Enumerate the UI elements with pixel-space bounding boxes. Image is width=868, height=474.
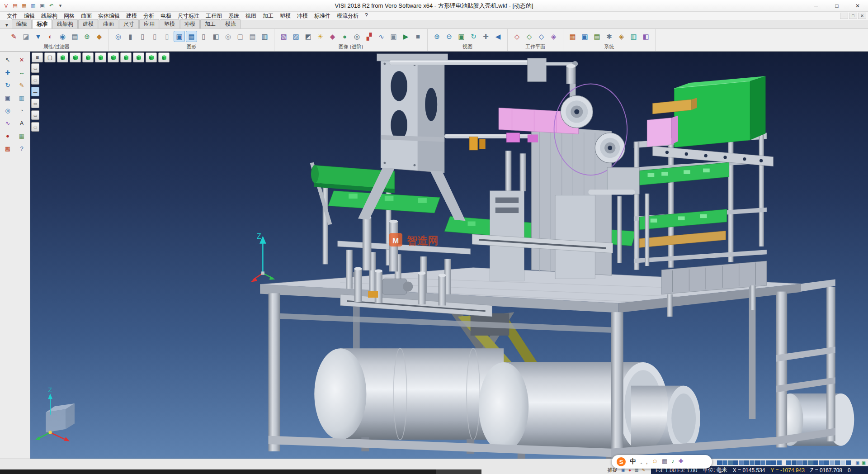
ribbon-tab[interactable]: 标准 [32, 19, 52, 28]
menu-item[interactable]: 标准件 [311, 12, 334, 20]
options-icon[interactable]: ◧ [640, 31, 651, 42]
fill-icon[interactable]: ▩ [3, 144, 13, 153]
dock-panel-4-icon[interactable]: ▭ [31, 99, 39, 108]
view-cube-dimetric-button[interactable] [158, 52, 170, 62]
emoji-icon[interactable]: ☺ [652, 458, 658, 466]
edit-icon[interactable]: ✎ [17, 81, 27, 90]
sogou-logo-icon[interactable]: S [617, 457, 626, 466]
zoom-icon[interactable]: ◎ [3, 106, 13, 115]
save-file-icon[interactable]: ▥ [29, 2, 37, 9]
dock-panel-2-icon[interactable]: ▭ [31, 75, 39, 85]
view-cube-bottom-button[interactable] [133, 52, 144, 62]
point-icon[interactable]: ● [3, 131, 13, 141]
texture-icon[interactable]: ▨ [290, 31, 302, 42]
qat-dropdown-icon[interactable]: ▾ [57, 2, 64, 9]
filter-icon[interactable]: ▼ [33, 31, 44, 42]
measure-icon[interactable]: ↔ [17, 68, 27, 77]
render-icon[interactable]: ▧ [278, 31, 289, 42]
plane-view-icon[interactable]: ▢ [235, 31, 246, 42]
snap-icon[interactable]: ◈ [616, 31, 627, 42]
layers-icon[interactable]: ▤ [69, 31, 80, 42]
doc-close-button[interactable]: ✕ [858, 13, 866, 19]
animate-icon[interactable]: ▶ [400, 31, 411, 42]
environment-icon[interactable]: ● [339, 31, 350, 42]
view-cube-iso2-button[interactable] [146, 52, 157, 62]
zoom-out-icon[interactable]: ⊖ [443, 31, 455, 42]
view-cube-back-button[interactable] [120, 52, 132, 62]
menu-item[interactable]: 电极 [157, 12, 175, 20]
keyboard-icon[interactable]: ▦ [662, 458, 667, 466]
menu-item[interactable]: 模流分析 [334, 12, 362, 20]
menu-item[interactable]: 线架构 [38, 12, 61, 20]
dock-panel-5-icon[interactable]: ▭ [31, 110, 39, 120]
menu-item[interactable]: 实体编辑 [95, 12, 123, 20]
toolbox-icon[interactable]: ✚ [679, 458, 684, 466]
print-icon[interactable]: ▣ [38, 2, 46, 9]
ribbon-tab[interactable]: 加工 [200, 19, 220, 28]
workplane-yz-icon[interactable]: ◇ [536, 31, 547, 42]
ribbon-tab[interactable]: 编辑 [12, 19, 32, 28]
maximize-button[interactable]: □ [826, 0, 847, 11]
menu-item[interactable]: 系统 [225, 12, 242, 20]
rotate-icon[interactable]: ↻ [3, 81, 13, 90]
menu-item[interactable]: 编辑 [21, 12, 38, 20]
microphone-icon[interactable]: ♪ [671, 458, 675, 466]
tag-icon[interactable]: ◆ [94, 31, 105, 42]
dock-panel-6-icon[interactable]: ▭ [31, 122, 39, 132]
settings-icon[interactable]: ✱ [604, 31, 615, 42]
ribbon-tab[interactable]: 尺寸 [119, 19, 139, 28]
mirror-icon[interactable]: ▥ [17, 93, 27, 103]
refresh-view-icon[interactable]: ◎ [113, 31, 124, 42]
box-view-icon[interactable]: ◧ [210, 31, 222, 42]
pencil-icon[interactable]: ✎ [8, 31, 19, 42]
view-cube-top-button[interactable] [70, 52, 81, 62]
light-icon[interactable]: ☀ [315, 31, 326, 42]
board-ghost-icon[interactable]: ▯ [161, 31, 173, 42]
wire-mode-icon[interactable]: ▦ [186, 31, 197, 42]
rotate-view-icon[interactable]: ↻ [468, 31, 479, 42]
view-cube-right-button[interactable] [95, 52, 106, 62]
board-section-icon[interactable]: ▯ [198, 31, 209, 42]
eraser-icon[interactable]: ◪ [20, 31, 32, 42]
curve-icon[interactable]: ∿ [3, 118, 13, 128]
menu-item[interactable]: 塑模 [277, 12, 294, 20]
viewport-canvas[interactable]: Z Z [30, 52, 868, 459]
layer-view-icon[interactable]: ▤ [247, 31, 258, 42]
compare-icon[interactable]: ▣ [388, 31, 399, 42]
doc-restore-button[interactable]: □ [849, 13, 857, 19]
ribbon-tab[interactable]: 应用 [139, 19, 159, 28]
punctuation-icon[interactable]: 。, [640, 458, 648, 466]
mini-layer-icon[interactable]: ▣ [862, 460, 866, 465]
board-hidden-icon[interactable]: ▯ [149, 31, 160, 42]
workplane-xz-icon[interactable]: ◇ [524, 31, 535, 42]
ribbon-tab[interactable]: 冲模 [180, 19, 200, 28]
workplane-custom-icon[interactable]: ◈ [548, 31, 559, 42]
camera-icon[interactable]: ◎ [351, 31, 363, 42]
cylinder-view-icon[interactable]: ◎ [222, 31, 234, 42]
ribbon-tab[interactable]: 模流 [221, 19, 241, 28]
copy-icon[interactable]: ▣ [3, 93, 13, 103]
menu-item[interactable]: 加工 [259, 12, 277, 20]
ribbon-tab[interactable]: 曲面 [99, 19, 118, 28]
palette-icon[interactable]: ▦ [567, 31, 578, 42]
text-icon[interactable]: A [17, 118, 27, 128]
zoom-in-icon[interactable]: ⊕ [431, 31, 443, 42]
open-file-icon[interactable]: ▦ [20, 2, 28, 9]
ribbon-tab[interactable]: 线架构 [52, 19, 78, 28]
visi-logo-icon[interactable]: V [2, 2, 10, 9]
pan-view-icon[interactable]: ✚ [480, 31, 491, 42]
workplane-xy-icon[interactable]: ◇ [511, 31, 523, 42]
new-file-icon[interactable]: ▤ [11, 2, 19, 9]
menu-item[interactable]: 工程图 [203, 12, 225, 20]
view-cube-left-button[interactable] [108, 52, 119, 62]
monitor-icon[interactable]: ▣ [579, 31, 590, 42]
material-icon[interactable]: ◆ [327, 31, 338, 42]
orbit-icon[interactable]: ◔ [17, 106, 27, 115]
menu-item[interactable]: 冲模 [294, 12, 311, 20]
tab-dropdown-button[interactable]: ▼ [2, 22, 12, 28]
layer-list-button[interactable]: ≡ [32, 52, 43, 62]
capture-icon[interactable]: ■ [412, 31, 424, 42]
menu-item[interactable]: 分析 [140, 12, 157, 20]
menu-item[interactable]: ? [362, 12, 371, 20]
snap-grid-icon[interactable]: ▦ [17, 131, 27, 141]
